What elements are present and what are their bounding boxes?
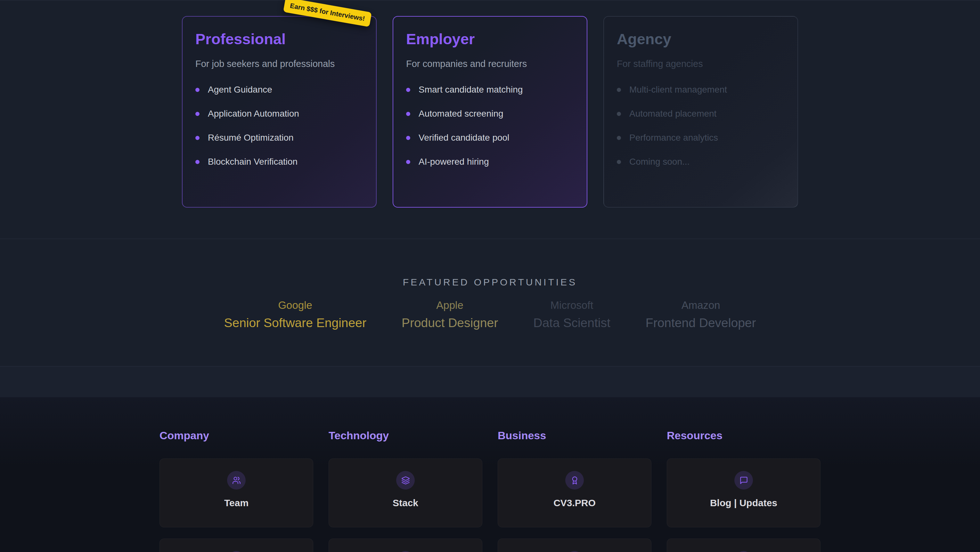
footer-column-business: Business CV3.PRO <box>498 429 651 552</box>
card-title: Agency <box>617 30 784 48</box>
job-company: Apple <box>402 299 498 311</box>
message-square-icon <box>734 471 753 490</box>
featured-jobs-row: Google Senior Software Engineer Apple Pr… <box>0 299 980 330</box>
footer-card-label: Team <box>224 498 248 509</box>
footer-column-resources: Resources Blog | Updates <box>667 429 821 552</box>
featured-heading: FEATURED OPPORTUNITIES <box>0 239 980 288</box>
footer-card-label: Blog | Updates <box>710 498 777 509</box>
bullet-dot-icon <box>196 88 199 92</box>
feature-item: Multi-client management <box>617 85 784 95</box>
footer-column-heading: Business <box>498 429 651 442</box>
bullet-dot-icon <box>406 160 410 164</box>
job-company: Microsoft <box>533 299 611 311</box>
bullet-dot-icon <box>406 112 410 116</box>
bullet-dot-icon <box>617 136 621 140</box>
feature-text: Application Automation <box>208 108 299 119</box>
footer-grid: Company Team Technology Stack <box>159 429 821 552</box>
card-title: Professional <box>196 30 363 48</box>
feature-item: AI-powered hiring <box>406 157 574 167</box>
bullet-dot-icon <box>196 112 199 116</box>
users-icon <box>227 471 246 490</box>
pricing-section: Earn $$$ for Interviews! Professional Fo… <box>0 0 980 239</box>
feature-item: Automated screening <box>406 108 574 119</box>
footer-card-partial[interactable] <box>159 539 313 552</box>
pricing-card-professional[interactable]: Professional For job seekers and profess… <box>182 16 377 207</box>
bullet-dot-icon <box>406 136 410 140</box>
feature-text: Coming soon... <box>629 157 689 167</box>
footer-card-team[interactable]: Team <box>159 458 313 527</box>
section-spacer-band <box>0 366 980 397</box>
job-company: Google <box>224 299 366 311</box>
feature-item: Blockchain Verification <box>196 157 363 167</box>
footer-column-heading: Company <box>159 429 313 442</box>
feature-item: Coming soon... <box>617 157 784 167</box>
footer-column-technology: Technology Stack <box>329 429 482 552</box>
award-icon <box>565 471 584 490</box>
job-role: Senior Software Engineer <box>224 316 366 330</box>
layers-icon <box>396 471 415 490</box>
feature-text: Multi-client management <box>629 85 727 95</box>
feature-text: Smart candidate matching <box>418 85 523 95</box>
featured-job-apple[interactable]: Apple Product Designer <box>402 299 498 330</box>
feature-list: Agent Guidance Application Automation Ré… <box>196 85 363 167</box>
footer-card-partial[interactable] <box>329 539 482 552</box>
feature-item: Résumé Optimization <box>196 132 363 143</box>
bullet-dot-icon <box>617 88 621 92</box>
bullet-dot-icon <box>196 136 199 140</box>
footer: Company Team Technology Stack <box>0 397 980 552</box>
footer-card-partial[interactable] <box>498 539 651 552</box>
job-role: Frontend Developer <box>646 316 756 330</box>
job-company: Amazon <box>646 299 756 311</box>
card-subtitle: For staffing agencies <box>617 59 784 69</box>
pricing-card-agency-disabled: Agency For staffing agencies Multi-clien… <box>603 16 798 207</box>
feature-text: AI-powered hiring <box>418 157 489 167</box>
feature-text: Blockchain Verification <box>208 157 298 167</box>
feature-text: Résumé Optimization <box>208 132 294 143</box>
bullet-dot-icon <box>406 88 410 92</box>
footer-card-label: Stack <box>393 498 418 509</box>
footer-column-heading: Technology <box>329 429 482 442</box>
pricing-cards-row: Earn $$$ for Interviews! Professional Fo… <box>182 0 798 207</box>
featured-opportunities-section: FEATURED OPPORTUNITIES Google Senior Sof… <box>0 239 980 366</box>
card-subtitle: For companies and recruiters <box>406 59 574 69</box>
feature-item: Performance analytics <box>617 132 784 143</box>
job-role: Product Designer <box>402 316 498 330</box>
feature-item: Smart candidate matching <box>406 85 574 95</box>
footer-card-blog[interactable]: Blog | Updates <box>667 458 821 527</box>
card-subtitle: For job seekers and professionals <box>196 59 363 69</box>
footer-column-heading: Resources <box>667 429 821 442</box>
footer-card-cv3pro[interactable]: CV3.PRO <box>498 458 651 527</box>
footer-card-partial[interactable] <box>667 539 821 552</box>
featured-job-google[interactable]: Google Senior Software Engineer <box>224 299 366 330</box>
feature-list: Multi-client management Automated placem… <box>617 85 784 167</box>
feature-list: Smart candidate matching Automated scree… <box>406 85 574 167</box>
footer-card-stack[interactable]: Stack <box>329 458 482 527</box>
feature-text: Performance analytics <box>629 132 718 143</box>
feature-text: Agent Guidance <box>208 85 272 95</box>
bullet-dot-icon <box>617 160 621 164</box>
feature-item: Agent Guidance <box>196 85 363 95</box>
feature-item: Verified candidate pool <box>406 132 574 143</box>
feature-text: Automated placement <box>629 108 716 119</box>
footer-card-label: CV3.PRO <box>554 498 596 509</box>
feature-text: Automated screening <box>418 108 503 119</box>
bullet-dot-icon <box>617 112 621 116</box>
feature-item: Automated placement <box>617 108 784 119</box>
card-title: Employer <box>406 30 574 48</box>
pricing-card-employer[interactable]: Employer For companies and recruiters Sm… <box>393 16 587 207</box>
feature-item: Application Automation <box>196 108 363 119</box>
bullet-dot-icon <box>196 160 199 164</box>
featured-job-amazon[interactable]: Amazon Frontend Developer <box>646 299 756 330</box>
job-role: Data Scientist <box>533 316 611 330</box>
feature-text: Verified candidate pool <box>418 132 509 143</box>
footer-column-company: Company Team <box>159 429 313 552</box>
featured-job-microsoft[interactable]: Microsoft Data Scientist <box>533 299 611 330</box>
